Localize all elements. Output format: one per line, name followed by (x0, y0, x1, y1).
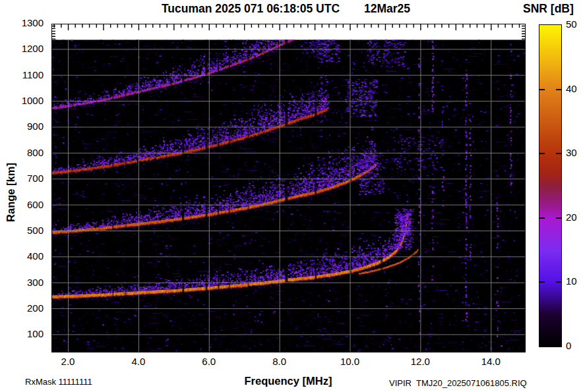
y-tick-label: 1300 (12, 17, 44, 29)
colorbar-dash (539, 153, 545, 154)
rxmask-text: RxMask 11111111 (25, 377, 92, 387)
colorbar-tick-label: 40 (566, 83, 583, 95)
y-tick-label: 900 (12, 121, 44, 132)
y-axis-label: Range [km] (5, 163, 17, 222)
y-tick-label: 400 (12, 250, 44, 262)
colorbar-dash (556, 281, 561, 283)
colorbar-dash (539, 281, 545, 283)
y-tick-label: 1100 (12, 69, 44, 81)
colorbar-dash (556, 89, 561, 90)
plot-frame (51, 24, 526, 352)
x-tick-label: 14.0 (476, 356, 505, 368)
x-tick-label: 8.0 (265, 356, 294, 368)
y-tick-label: 1200 (12, 43, 44, 55)
x-tick-label: 2.0 (53, 356, 82, 368)
y-tick-label: 500 (12, 225, 44, 237)
colorbar-dash (556, 153, 561, 154)
y-tick-label: 700 (12, 173, 44, 184)
y-tick-label: 200 (12, 302, 44, 314)
colorbar-title: SNR [dB] (523, 2, 574, 16)
colorbar (539, 24, 562, 347)
y-tick-label: 800 (12, 147, 44, 159)
y-tick-label: 600 (12, 199, 44, 211)
x-tick-label: 4.0 (124, 356, 153, 368)
ionogram-canvas (52, 24, 525, 352)
colorbar-dash (539, 89, 545, 90)
x-tick-label: 12.0 (406, 356, 435, 368)
y-tick-label: 1000 (12, 95, 44, 107)
colorbar-dash (539, 217, 545, 219)
page-date: 12Mar25 (364, 2, 410, 16)
colorbar-tick-label: 0 (566, 340, 583, 352)
y-tick-label: 300 (12, 277, 44, 289)
page-title: Tucuman 2025 071 06:18:05 UTC (112, 2, 389, 16)
x-axis-label: Frequency [MHz] (232, 375, 344, 387)
y-tick-label: 100 (12, 328, 44, 340)
colorbar-tick-label: 50 (566, 18, 583, 30)
colorbar-dash (556, 217, 561, 219)
x-tick-label: 10.0 (336, 356, 365, 368)
file-text: VIPIR TMJ20_2025071061805.RIQ (389, 378, 527, 388)
x-tick-label: 6.0 (195, 356, 224, 368)
colorbar-tick-label: 10 (566, 275, 583, 287)
ionogram-page: Tucuman 2025 071 06:18:05 UTC 12Mar25 SN… (0, 0, 583, 392)
colorbar-tick-label: 30 (566, 147, 583, 159)
colorbar-tick-label: 20 (566, 211, 583, 223)
